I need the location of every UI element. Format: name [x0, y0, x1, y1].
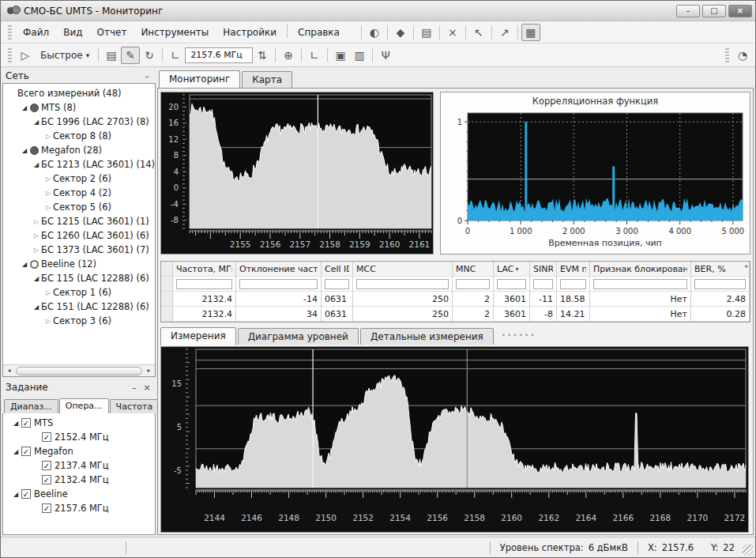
column-header-7[interactable]: SINR: [530, 262, 557, 277]
expand-closed-icon[interactable]: ▷: [32, 218, 41, 225]
filter-input[interactable]: [533, 279, 553, 289]
row-selector[interactable]: [161, 277, 173, 292]
task-tree-item[interactable]: ◢✓MTS: [5, 416, 153, 430]
expand-closed-icon[interactable]: ▷: [43, 175, 53, 183]
expand-closed-icon[interactable]: ▷: [43, 318, 53, 325]
table-row[interactable]: 2132.4-14063125023601-1118.58Нет2.48: [161, 292, 750, 307]
panels-icon[interactable]: ▣: [331, 47, 350, 64]
pointer-add-icon[interactable]: ↗: [495, 24, 514, 41]
filter-input[interactable]: [456, 279, 490, 289]
column-header-10[interactable]: BER, %: [691, 262, 750, 277]
spectrum-chart-top[interactable]: 201612840-4-8215521562157215821592160216…: [160, 92, 434, 254]
expand-open-icon[interactable]: ◢: [11, 491, 21, 498]
refresh-icon[interactable]: ↻: [140, 47, 159, 64]
profile-select[interactable]: Быстрое ▾: [35, 47, 95, 63]
tab-measure-1[interactable]: Измерения: [160, 327, 236, 345]
expand-closed-icon[interactable]: ▷: [43, 133, 53, 140]
tree-item[interactable]: ◢MTS (8): [5, 100, 153, 115]
checkbox-checked-icon[interactable]: ✓: [42, 475, 51, 484]
splitter-grip[interactable]: ••••••: [502, 331, 536, 339]
filter-input[interactable]: [356, 279, 449, 289]
tab-main-1[interactable]: Мониторинг: [159, 70, 240, 89]
sync-icon[interactable]: ⊕: [279, 47, 298, 64]
tab-measure-3[interactable]: Детальные измерения: [360, 328, 494, 345]
toolbar-grip[interactable]: [8, 48, 12, 62]
frequency-spinner-icon[interactable]: ⇅: [253, 47, 272, 64]
minimize-button[interactable]: –: [676, 5, 700, 17]
timer-icon[interactable]: ◔: [733, 47, 752, 64]
antenna-icon[interactable]: Ψ: [376, 47, 395, 64]
start-icon[interactable]: ▷: [16, 47, 35, 64]
filter-input[interactable]: [560, 279, 586, 289]
menu-item-1[interactable]: Файл: [16, 24, 56, 41]
expand-closed-icon[interactable]: ▷: [43, 204, 53, 211]
checkbox-checked-icon[interactable]: ✓: [21, 418, 31, 428]
column-header-8[interactable]: EVM пи: [557, 262, 590, 277]
task-minimize-button[interactable]: –: [129, 383, 140, 393]
tree-item[interactable]: ◢БС 1996 (LAC 2703) (8): [5, 115, 153, 129]
expand-closed-icon[interactable]: ▷: [32, 247, 41, 254]
save-icon[interactable]: ▤: [102, 47, 121, 64]
column-header-9[interactable]: Признак блокирования соты: [590, 262, 691, 277]
histogram-icon[interactable]: ▥: [350, 47, 369, 64]
expand-open-icon[interactable]: ◢: [20, 104, 29, 111]
tree-item[interactable]: ▷Сектор 1 (6): [5, 285, 153, 300]
column-header-2[interactable]: Отклонение частоты: [236, 262, 322, 277]
tree-item[interactable]: ▷БС 1260 (LAC 3601) (6): [5, 228, 153, 243]
tree-item[interactable]: ▷БС 1373 (LAC 3601) (7): [5, 243, 153, 257]
filter-input[interactable]: [239, 279, 318, 289]
pointer-icon[interactable]: ↖: [469, 24, 488, 41]
column-customize-icon[interactable]: *: [745, 264, 749, 272]
tree-item[interactable]: ◢БС 1213 (LAC 3601) (14): [5, 157, 153, 172]
expand-open-icon[interactable]: ◢: [32, 275, 41, 282]
checkbox-checked-icon[interactable]: ✓: [42, 503, 51, 513]
task-tree-item[interactable]: ✓2157.6 МГц: [5, 501, 153, 515]
tree-item[interactable]: Всего измерений (48): [5, 86, 153, 100]
close-button[interactable]: ×: [728, 5, 752, 17]
tree-item[interactable]: ◢БС 151 (LAC 12288) (6): [5, 300, 153, 314]
column-header-3[interactable]: Cell ID: [322, 262, 353, 277]
maximize-button[interactable]: □: [702, 5, 726, 17]
column-header-5[interactable]: MNC: [453, 262, 494, 277]
tree-item[interactable]: ▷Сектор 2 (6): [5, 172, 153, 186]
tab-measure-2[interactable]: Диаграмма уровней: [238, 328, 359, 345]
filter-input[interactable]: [593, 279, 687, 289]
contrast-icon[interactable]: ◐: [365, 24, 384, 41]
checkbox-checked-icon[interactable]: ✓: [42, 461, 51, 470]
task-close-button[interactable]: ×: [141, 383, 152, 393]
table-row[interactable]: 2132.434063125023601-814.21Нет0.28: [161, 307, 750, 322]
filter-input[interactable]: [325, 279, 349, 289]
checkbox-checked-icon[interactable]: ✓: [21, 489, 31, 499]
close-task-icon[interactable]: ×: [443, 24, 462, 41]
tree-item[interactable]: ▷БС 1215 (LAC 3601) (1): [5, 214, 153, 228]
checkbox-checked-icon[interactable]: ✓: [21, 447, 31, 456]
task-tree-item[interactable]: ✓2137.4 МГц: [5, 458, 153, 473]
palette-icon[interactable]: ◆: [391, 24, 410, 41]
menu-item-2[interactable]: Вид: [56, 24, 89, 41]
task-tree-item[interactable]: ◢✓Megafon: [5, 444, 153, 458]
column-header-1[interactable]: Частота, МГц: [173, 262, 236, 277]
expand-open-icon[interactable]: ◢: [32, 304, 41, 311]
tree-item[interactable]: ◢Megafon (28): [5, 143, 153, 157]
network-hscrollbar[interactable]: ◂ ▸: [3, 364, 155, 376]
tab-main-2[interactable]: Карта: [242, 71, 292, 88]
expand-open-icon[interactable]: ◢: [32, 119, 41, 126]
menu-item-3[interactable]: Отчет: [89, 24, 134, 41]
frequency-input[interactable]: 2157.6 МГц: [185, 47, 253, 63]
checkbox-checked-icon[interactable]: ✓: [42, 432, 51, 442]
spectrum-chart-bottom[interactable]: 155-521442146214821502152215421562158216…: [160, 346, 749, 533]
task-tab-1[interactable]: Диапаз...: [4, 399, 58, 413]
expand-open-icon[interactable]: ◢: [32, 161, 41, 168]
scroll-right-icon[interactable]: ▸: [143, 365, 155, 376]
expand-open-icon[interactable]: ◢: [20, 261, 29, 268]
menu-item-4[interactable]: Инструменты: [134, 24, 216, 41]
print-icon[interactable]: ▤: [417, 24, 436, 41]
task-tab-3[interactable]: Частота: [110, 399, 160, 413]
expand-open-icon[interactable]: ◢: [20, 147, 29, 154]
expand-closed-icon[interactable]: ▷: [43, 289, 53, 296]
task-tree-item[interactable]: ✓2152.4 МГц: [5, 430, 153, 444]
menu-item-6[interactable]: Справка: [291, 24, 347, 41]
row-selector[interactable]: [161, 262, 173, 277]
expand-closed-icon[interactable]: ▷: [32, 232, 41, 239]
toolbar-grip-right[interactable]: [725, 48, 729, 62]
